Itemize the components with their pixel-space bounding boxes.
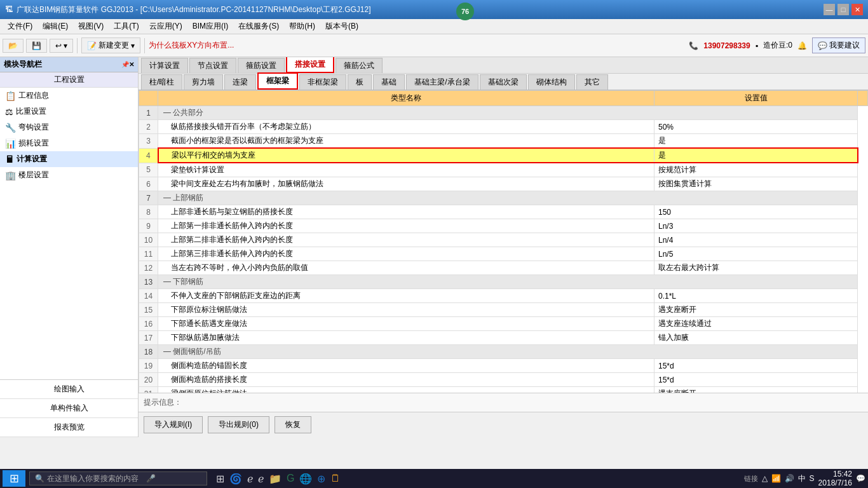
- menu-view[interactable]: 视图(V): [73, 20, 109, 33]
- maximize-button[interactable]: □: [837, 4, 849, 15]
- task-icon-yellow[interactable]: 🗒: [330, 473, 341, 484]
- tab-slab[interactable]: 板: [348, 74, 372, 90]
- tab-other[interactable]: 其它: [576, 74, 608, 90]
- sidebar-item-floor[interactable]: 🏢 楼层设置: [0, 167, 138, 183]
- menu-file[interactable]: 文件(F): [3, 20, 37, 33]
- row-name[interactable]: 上部第三排非通长筋伸入跨内的长度: [158, 247, 654, 261]
- row-value[interactable]: 遇支座断开: [654, 387, 858, 393]
- sidebar-item-weight[interactable]: ⚖ 比重设置: [0, 104, 138, 119]
- draw-input-btn[interactable]: 绘图输入: [0, 380, 138, 399]
- row-name[interactable]: 侧面构造筋的锚固长度: [158, 359, 654, 373]
- tab-foundation[interactable]: 基础: [373, 74, 405, 90]
- task-icon-1[interactable]: ⊞: [216, 473, 224, 485]
- sidebar-item-project-info[interactable]: 📋 工程信息: [0, 88, 138, 104]
- row-value[interactable]: 遇支座断开: [654, 303, 858, 317]
- tab-shear-wall[interactable]: 剪力墙: [184, 74, 223, 90]
- bell-icon: 🔔: [797, 41, 807, 50]
- tab-stirrup-formula[interactable]: 箍筋公式: [336, 58, 383, 73]
- open-btn[interactable]: 📂: [3, 39, 24, 53]
- taskbar-datetime: 15:42 2018/7/16: [818, 470, 852, 487]
- price-value: 造价豆:0: [763, 40, 792, 51]
- task-icon-green2[interactable]: 🌐: [299, 473, 312, 485]
- row-value[interactable]: 150: [654, 205, 858, 219]
- row-name[interactable]: 不伸入支座的下部钢筋距支座边的距离: [158, 289, 654, 303]
- sidebar-item-hook[interactable]: 🔧 弯钩设置: [0, 119, 138, 135]
- sidebar-pin-icon[interactable]: 📌✕: [121, 61, 134, 68]
- sidebar-item-calc-settings[interactable]: 🖩 计算设置: [0, 151, 138, 167]
- undo-btn[interactable]: ↩ ▾: [50, 39, 73, 53]
- top-tab-bar: 计算设置 节点设置 箍筋设置 搭接设置 箍筋公式: [139, 57, 868, 74]
- sidebar-section-title: 工程设置: [0, 72, 138, 88]
- single-input-btn[interactable]: 单构件输入: [0, 399, 138, 418]
- taskbar-search[interactable]: 🔍 在这里输入你要搜索的内容 🎤: [29, 471, 207, 485]
- ime-icon: S: [810, 474, 815, 483]
- row-name[interactable]: 侧面构造筋的搭接长度: [158, 373, 654, 387]
- row-value[interactable]: 15*d: [654, 373, 858, 387]
- row-value[interactable]: 取左右最大跨计算: [654, 261, 858, 275]
- save-btn[interactable]: 💾: [26, 39, 47, 53]
- tab-foundation-sec-beam[interactable]: 基础次梁: [480, 74, 527, 90]
- restore-btn[interactable]: 恢复: [275, 416, 311, 433]
- report-preview-btn[interactable]: 报表预览: [0, 418, 138, 437]
- row-value[interactable]: 50%: [654, 120, 858, 134]
- task-icon-green[interactable]: G: [287, 473, 294, 484]
- row-name[interactable]: 下部原位标注钢筋做法: [158, 303, 654, 317]
- row-name[interactable]: 梁以平行相交的墙为支座: [158, 148, 654, 163]
- row-value[interactable]: 遇支座连续通过: [654, 317, 858, 331]
- tab-col[interactable]: 柱/暗柱: [141, 74, 182, 90]
- row-value[interactable]: 15*d: [654, 359, 858, 373]
- row-name[interactable]: 梁垫铁计算设置: [158, 163, 654, 177]
- tab-foundation-main-beam[interactable]: 基础主梁/承台梁: [406, 74, 478, 90]
- start-button[interactable]: ⊞: [3, 470, 25, 487]
- export-rules-btn[interactable]: 导出规则(0): [208, 416, 269, 433]
- task-icon-2[interactable]: 🌀: [229, 473, 242, 485]
- tab-node-settings[interactable]: 节点设置: [189, 58, 236, 73]
- row-name[interactable]: 纵筋搭接接头错开百分率（不考虑架立筋）: [158, 120, 654, 134]
- menu-version[interactable]: 版本号(B): [320, 20, 363, 33]
- row-name[interactable]: 截面小的框架梁是否以截面大的框架梁为支座: [158, 134, 654, 149]
- row-value[interactable]: Ln/4: [654, 233, 858, 247]
- row-value[interactable]: 是: [654, 148, 858, 163]
- row-value[interactable]: 按图集贯通计算: [654, 177, 858, 191]
- import-rules-btn[interactable]: 导入规则(I): [144, 416, 203, 433]
- new-change-btn[interactable]: 📝 新建变更 ▾: [81, 37, 140, 53]
- row-name[interactable]: 梁中间支座处左右均有加腋时，加腋钢筋做法: [158, 177, 654, 191]
- task-icon-edge[interactable]: ℯ: [258, 473, 264, 485]
- menu-online[interactable]: 在线服务(S): [233, 20, 284, 33]
- taskbar-icons: ⊞ 🌀 ℯ ℯ 📁 G 🌐 ⊕ 🗒: [216, 473, 341, 485]
- menu-bim[interactable]: BIM应用(I): [187, 20, 234, 33]
- sidebar-item-loss[interactable]: 📊 损耗设置: [0, 135, 138, 151]
- new-change-icon: 📝: [87, 41, 97, 50]
- row-name[interactable]: 下部通长筋遇支座做法: [158, 317, 654, 331]
- notification-center-icon[interactable]: 💬: [856, 474, 865, 483]
- task-icon-ie[interactable]: ℯ: [247, 473, 253, 485]
- tab-coupling-beam[interactable]: 连梁: [224, 74, 256, 90]
- tab-frame-beam[interactable]: 框架梁: [257, 72, 298, 90]
- row-value[interactable]: Ln/5: [654, 247, 858, 261]
- tab-masonry[interactable]: 砌体结构: [528, 74, 575, 90]
- minimize-button[interactable]: —: [824, 4, 835, 15]
- row-name[interactable]: 上部非通长筋与架立钢筋的搭接长度: [158, 205, 654, 219]
- tab-calc-settings[interactable]: 计算设置: [141, 58, 188, 73]
- menu-help[interactable]: 帮助(H): [284, 20, 320, 33]
- task-icon-plus[interactable]: ⊕: [317, 473, 325, 485]
- row-value[interactable]: Ln/3: [654, 219, 858, 233]
- row-value[interactable]: 按规范计算: [654, 163, 858, 177]
- menu-edit[interactable]: 编辑(E): [37, 20, 73, 33]
- row-name[interactable]: 梁侧面原位标注筋做法: [158, 387, 654, 393]
- menu-tools[interactable]: 工具(T): [109, 20, 144, 33]
- row-name[interactable]: 下部纵筋遇加腋做法: [158, 331, 654, 345]
- suggest-btn[interactable]: 💬 我要建议: [812, 37, 865, 53]
- tab-non-frame-beam[interactable]: 非框架梁: [299, 74, 346, 90]
- tab-stirrup-settings[interactable]: 箍筋设置: [238, 58, 285, 73]
- row-name[interactable]: 上部第一排非通长筋伸入跨内的长度: [158, 219, 654, 233]
- menu-cloud[interactable]: 云应用(Y): [144, 20, 187, 33]
- row-value[interactable]: 是: [654, 134, 858, 149]
- row-value[interactable]: 锚入加腋: [654, 331, 858, 345]
- tab-connection-settings[interactable]: 搭接设置: [286, 57, 334, 73]
- row-name[interactable]: 当左右跨不等时，伸入小跨内负筋的取值: [158, 261, 654, 275]
- task-icon-folder[interactable]: 📁: [269, 473, 281, 485]
- row-value[interactable]: 0.1*L: [654, 289, 858, 303]
- row-name[interactable]: 上部第二排非通长筋伸入跨内的长度: [158, 233, 654, 247]
- close-button[interactable]: ✕: [851, 4, 863, 15]
